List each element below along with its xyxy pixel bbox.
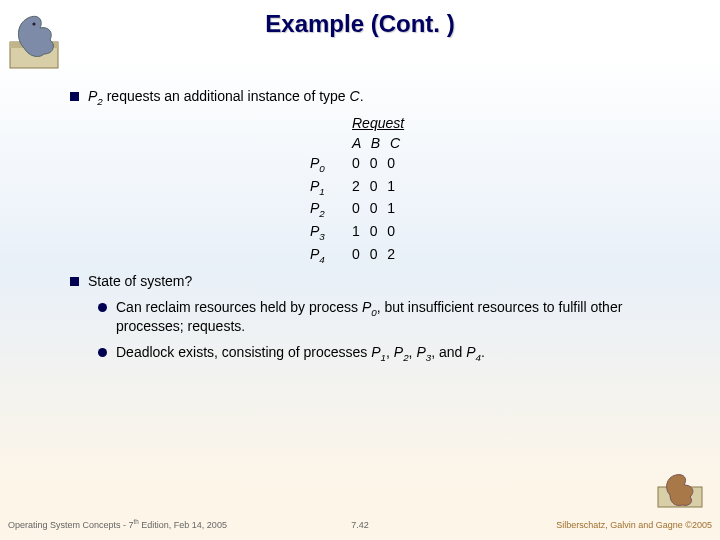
dinosaur-small-icon	[654, 467, 714, 512]
bullet-deadlock: Deadlock exists, consisting of processes…	[98, 344, 680, 363]
bullet-reclaim: Can reclaim resources held by process P0…	[98, 299, 680, 334]
proc-p: P	[416, 344, 425, 360]
row-values: 0 0 2	[352, 246, 398, 262]
proc-label: P3	[310, 223, 352, 242]
proc-label: P4	[310, 246, 352, 265]
row-values: 1 0 0	[352, 223, 398, 239]
type-c: C	[350, 88, 360, 104]
text: requests an additional instance of type	[103, 88, 350, 104]
proc-label: P0	[310, 155, 352, 174]
table-row: P2 0 0 1	[310, 200, 680, 219]
proc-p: P	[362, 299, 371, 315]
row-values: 0 0 1	[352, 200, 398, 216]
proc-label: P1	[310, 178, 352, 197]
request-columns: A B C	[352, 135, 680, 151]
slide: Example (Cont. ) P2 requests an addition…	[0, 0, 720, 540]
bullet-state: State of system?	[70, 273, 680, 289]
bullet-p2-requests: P2 requests an additional instance of ty…	[70, 88, 680, 107]
proc-label: P2	[310, 200, 352, 219]
request-heading: Request	[352, 115, 680, 131]
request-table: Request A B C P0 0 0 0 P1 2 0 1 P2 0 0 1…	[310, 115, 680, 265]
text: .	[481, 344, 485, 360]
proc-p: P	[88, 88, 97, 104]
text: Can reclaim resources held by process	[116, 299, 362, 315]
row-values: 2 0 1	[352, 178, 398, 194]
text: .	[360, 88, 364, 104]
proc-p: P	[371, 344, 380, 360]
table-row: P3 1 0 0	[310, 223, 680, 242]
slide-title: Example (Cont. )	[0, 10, 720, 38]
table-row: P1 2 0 1	[310, 178, 680, 197]
content-area: P2 requests an additional instance of ty…	[70, 80, 680, 372]
proc-p: P	[394, 344, 403, 360]
table-row: P0 0 0 0	[310, 155, 680, 174]
proc-p: P	[466, 344, 475, 360]
table-row: P4 0 0 2	[310, 246, 680, 265]
text: , and	[431, 344, 466, 360]
footer-copyright: Silberschatz, Galvin and Gagne ©2005	[556, 520, 712, 530]
text: ,	[386, 344, 394, 360]
row-values: 0 0 0	[352, 155, 398, 171]
text: Deadlock exists, consisting of processes	[116, 344, 371, 360]
